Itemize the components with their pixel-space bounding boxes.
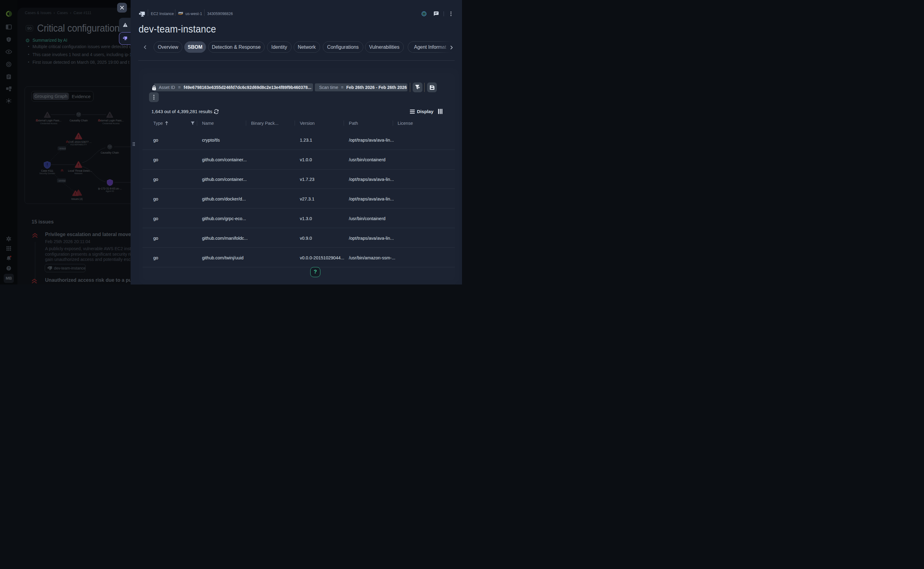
svg-text:aws: aws: [178, 11, 183, 14]
